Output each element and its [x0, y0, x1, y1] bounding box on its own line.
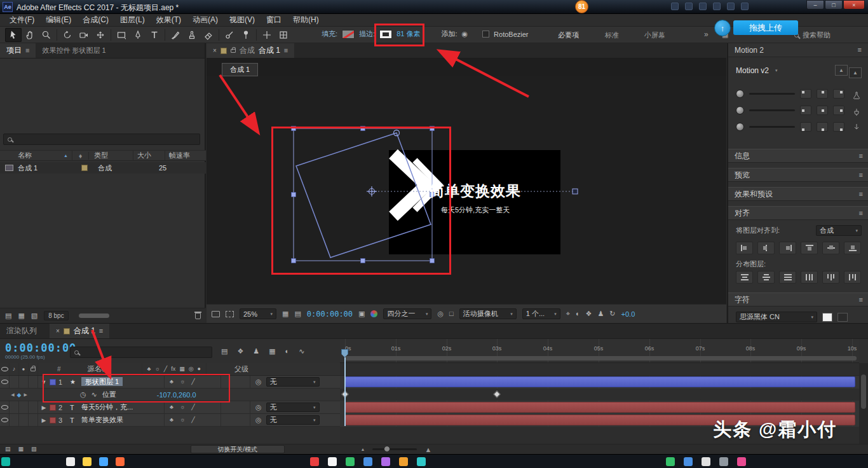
close-tab-icon[interactable]: × [213, 48, 217, 54]
tab-project[interactable]: 项目 ≡ [0, 43, 36, 58]
taskbar-icon[interactable] [363, 457, 372, 466]
flowchart-icon[interactable]: ♟ [597, 310, 604, 317]
frame-blending-icon[interactable]: ▦ [269, 348, 275, 355]
panel-menu-icon[interactable]: ≡ [284, 47, 288, 54]
solo-switch[interactable] [19, 414, 29, 426]
layer-name[interactable]: 形状图层 1 [81, 377, 164, 387]
timeline-search-input[interactable] [70, 347, 212, 358]
time-ruler[interactable]: 0s 01s 02s 03s 04s 05s 06s 07s 08s 09s 1… [340, 339, 859, 363]
hand-tool-icon[interactable] [22, 28, 38, 42]
parent-dropdown[interactable]: 无▾ [266, 377, 320, 387]
zoom-out-mountain-icon[interactable]: ▲ [361, 447, 365, 451]
pick-whip-icon[interactable]: ◎ [255, 416, 262, 423]
fill-label[interactable]: 填充: [322, 29, 337, 39]
menu-effect[interactable]: 效果(T) [151, 15, 187, 25]
graph-editor-icon[interactable]: ∿ [299, 348, 304, 355]
comp-navigator-tab[interactable]: 合成 1 [222, 63, 258, 76]
slider-track[interactable] [749, 126, 795, 128]
thumbnail-icon[interactable]: ▧ [31, 312, 37, 319]
tab-composition[interactable]: × 合成 合成 1 ≡ [207, 43, 294, 58]
timeline-button-icon[interactable]: ❖ [586, 310, 592, 317]
fast-previews-icon[interactable]: ◐ [576, 310, 580, 317]
dropper-icon[interactable] [853, 90, 860, 102]
align-to-dropdown[interactable]: 合成▾ [816, 225, 862, 236]
align-v-center-button[interactable] [822, 242, 839, 254]
motion-preset-dropdown[interactable]: Motion v2 ▾ [736, 66, 778, 75]
close-button[interactable]: × [843, 0, 865, 10]
solo-switch[interactable] [19, 401, 29, 413]
rotobezier-checkbox[interactable] [482, 31, 489, 38]
align-bottom-button[interactable] [844, 242, 861, 254]
align-h-center-button[interactable] [757, 242, 775, 254]
vertical-scrollbar-thumb[interactable] [861, 375, 866, 409]
region-of-interest-icon[interactable]: ◎ [437, 310, 444, 317]
rectangle-tool-icon[interactable] [113, 28, 130, 42]
column-framerate[interactable]: 帧速率 [165, 151, 206, 160]
axis-mode-icon[interactable] [259, 28, 275, 42]
eraser-tool-icon[interactable] [200, 28, 217, 42]
parent-dropdown[interactable]: 无▾ [266, 415, 320, 425]
property-name[interactable]: 位置 [102, 390, 116, 399]
anchor-point[interactable] [367, 186, 377, 196]
taskbar-icon[interactable] [719, 457, 728, 466]
twirl-closed-icon[interactable]: ▶ [38, 417, 50, 423]
grid-options-icon[interactable]: ▦ [282, 310, 288, 317]
slider-track[interactable] [749, 93, 795, 95]
upload-cloud-icon[interactable]: ↑ [714, 20, 731, 36]
distribute-top-button[interactable] [736, 271, 753, 284]
hatch-icon[interactable]: ▧ [31, 446, 37, 452]
anchor-grid-button[interactable] [800, 89, 811, 99]
layer-row-2[interactable]: ▶ 2 T 每天5分钟，充... ♣ ☼ ╱ ◎ 无▾ [0, 401, 340, 414]
audio-switch[interactable] [10, 401, 19, 413]
twirl-closed-icon[interactable]: ▶ [38, 404, 50, 411]
zoom-in-mountain-icon[interactable]: ▲ [424, 446, 431, 453]
roto-brush-tool-icon[interactable] [221, 28, 238, 42]
stroke-color-swatch[interactable] [837, 313, 848, 322]
draft-3d-icon[interactable]: ❖ [237, 348, 243, 355]
grid-icon[interactable]: ▦ [18, 446, 24, 452]
character-panel-header[interactable]: 字符 ≡ [728, 292, 868, 306]
lock-icon[interactable] [231, 49, 236, 53]
trash-icon[interactable] [195, 313, 201, 319]
list-view-icon[interactable]: ▤ [5, 312, 11, 319]
slider-knob[interactable] [736, 90, 744, 98]
column-source-name[interactable]: 源名称 [88, 364, 109, 374]
anchor-grid-button[interactable] [817, 106, 828, 115]
view-layout-dropdown[interactable]: 1 个...▾ [522, 308, 560, 319]
layer-color-chip[interactable] [50, 417, 56, 423]
layer-name[interactable]: 简单变换效果 [81, 415, 164, 425]
comp-viewer[interactable]: 简单变换效果 每天5分钟,充实一整天 [207, 76, 726, 304]
panel-menu-icon[interactable]: ≡ [859, 191, 863, 198]
pen-tool-icon[interactable] [130, 28, 146, 42]
fill-swatch[interactable] [342, 30, 355, 39]
menu-window[interactable]: 窗口 [261, 15, 287, 25]
distribute-bottom-button[interactable] [779, 271, 796, 284]
layer-color-chip[interactable] [50, 404, 56, 411]
camera-dropdown[interactable]: 活动摄像机▾ [459, 308, 517, 319]
current-timecode[interactable]: 0:00:00:00 [5, 341, 76, 354]
audio-switch[interactable] [10, 414, 19, 426]
align-top-button[interactable] [801, 242, 818, 254]
puppet-pin-tool-icon[interactable] [238, 28, 254, 42]
next-keyframe-icon[interactable]: ▶ [24, 392, 27, 397]
taskbar-icon[interactable] [399, 457, 408, 466]
hide-shy-layers-icon[interactable]: ♟ [253, 348, 259, 355]
label-color-chip[interactable] [81, 165, 88, 171]
parent-dropdown[interactable]: 无▾ [266, 403, 320, 412]
panel-menu-icon[interactable]: ≡ [99, 327, 103, 334]
pixel-aspect-icon[interactable]: ⌖ [566, 310, 570, 317]
layer-switches[interactable]: ♣ ☼ ╱ [164, 376, 221, 388]
taskbar-icon[interactable] [417, 457, 426, 466]
layer-color-chip[interactable] [50, 379, 56, 385]
video-switch[interactable] [0, 414, 10, 426]
tray-icon[interactable] [685, 3, 693, 10]
type-tool-icon[interactable] [146, 28, 163, 42]
workspace-standard[interactable]: 标准 [605, 31, 619, 40]
anchor-grid-button[interactable] [833, 89, 844, 99]
workspace-small-screen[interactable]: 小屏幕 [644, 31, 665, 40]
add-keyframe-icon[interactable]: ◆ [17, 392, 22, 398]
slider-knob[interactable] [736, 106, 744, 114]
pan-behind-tool-icon[interactable] [92, 28, 109, 42]
clone-stamp-tool-icon[interactable] [184, 28, 200, 42]
layer-switches[interactable]: ♣ ☼ ╱ [164, 401, 221, 413]
